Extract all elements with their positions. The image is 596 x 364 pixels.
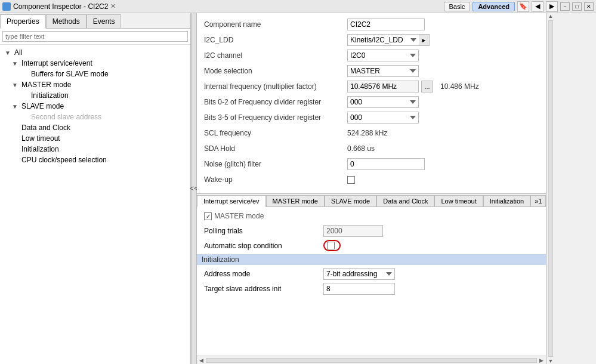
tab-events[interactable]: Events	[87, 14, 122, 28]
prop-row-mode-selection: Mode selection MASTER	[204, 64, 539, 78]
prop-row-scl-freq: SCL frequency 524.288 kHz	[204, 127, 539, 140]
prop-row-noise-filter: Noise (glitch) filter	[204, 158, 539, 171]
bits-3-5-select[interactable]: 000	[347, 112, 419, 124]
expand-interrupt-icon: ▼	[12, 60, 19, 67]
inner-tab-initialization[interactable]: Initialization	[483, 195, 530, 206]
tree-label-init1: Initialization	[31, 91, 69, 100]
bits-0-2-select[interactable]: 000	[347, 96, 419, 108]
tree-item-data-clock[interactable]: Data and Clock	[0, 122, 190, 133]
polling-trials-input[interactable]	[323, 225, 383, 237]
i2c-ldd-select[interactable]: Kinetis/I2C_LDD	[347, 34, 419, 46]
i2c-ldd-arrow-btn[interactable]: ►	[419, 34, 430, 46]
prop-label-wake-up: Wake-up	[204, 175, 347, 184]
prop-value-internal-freq: ... 10.486 MHz	[347, 81, 479, 92]
prop-value-wake-up	[347, 176, 355, 184]
prop-value-mode-selection: MASTER	[347, 65, 419, 77]
internal-freq-input[interactable]	[347, 81, 419, 92]
prop-label-scl-freq: SCL frequency	[204, 129, 347, 137]
prop-value-noise-filter	[347, 158, 425, 170]
app-icon	[2, 2, 11, 11]
scroll-down-icon[interactable]: ▼	[548, 358, 554, 364]
prop-value-bits-3-5: 000	[347, 112, 419, 124]
maximize-button[interactable]: □	[572, 2, 582, 11]
master-mode-label: MASTER mode	[214, 212, 264, 220]
collapse-button[interactable]: <<	[191, 13, 197, 364]
freq-note: 10.486 MHz	[440, 82, 479, 91]
title-bar: Component Inspector - CI2C2 ✕ Basic Adva…	[0, 0, 596, 13]
inner-prop-label-address-mode: Address mode	[204, 270, 323, 278]
forward-icon[interactable]: ▶	[546, 1, 558, 12]
prop-label-noise-filter: Noise (glitch) filter	[204, 160, 347, 168]
tree-label-buffers: Buffers for SLAVE mode	[31, 70, 109, 78]
prop-label-i2c-ldd: I2C_LDD	[204, 36, 347, 44]
tree: ▼ All ▼ Interrupt service/event Buffers …	[0, 45, 190, 364]
prop-row-i2c-channel: I2C channel I2C0	[204, 49, 539, 62]
inner-tab-slave[interactable]: SLAVE mode	[325, 195, 376, 206]
mode-selection-select[interactable]: MASTER	[347, 65, 419, 77]
prop-label-i2c-channel: I2C channel	[204, 51, 347, 60]
scroll-left-icon[interactable]: ◀	[198, 357, 205, 363]
inner-prop-label-polling-trials: Polling trials	[204, 227, 323, 235]
inner-tab-data-clock[interactable]: Data and Clock	[376, 195, 434, 206]
tree-item-second-slave[interactable]: Second slave address	[0, 112, 190, 122]
tree-item-all[interactable]: ▼ All	[0, 47, 190, 58]
tree-item-interrupt[interactable]: ▼ Interrupt service/event	[0, 58, 190, 69]
tree-label-low-timeout: Low timeout	[21, 134, 60, 143]
right-panel: Component name I2C_LDD Kinetis/I2C_LDD	[197, 13, 546, 364]
right-scroll-inner: Component name I2C_LDD Kinetis/I2C_LDD	[197, 13, 554, 364]
inner-prop-value-polling-trials	[323, 225, 383, 237]
i2c-ldd-select-wrapper: Kinetis/I2C_LDD ►	[347, 34, 430, 46]
bottom-scroll-track[interactable]	[206, 358, 537, 363]
i2c-channel-select[interactable]: I2C0	[347, 50, 419, 61]
prop-value-i2c-ldd: Kinetis/I2C_LDD ►	[347, 34, 430, 46]
scroll-up-icon[interactable]: ▲	[548, 13, 554, 19]
inner-tab-interrupt[interactable]: Interrupt service/ev	[197, 195, 266, 207]
master-mode-checkbox[interactable]: ✓	[204, 212, 212, 220]
inner-tab-low-timeout[interactable]: Low timeout	[434, 195, 483, 206]
noise-filter-input[interactable]	[347, 158, 425, 170]
tree-item-buffers[interactable]: Buffers for SLAVE mode	[0, 69, 190, 79]
basic-mode-button[interactable]: Basic	[444, 2, 471, 11]
inner-prop-row-auto-stop: Automatic stop condition	[204, 240, 539, 251]
tree-item-low-timeout[interactable]: Low timeout	[0, 133, 190, 144]
internal-freq-ellipsis-btn[interactable]: ...	[421, 81, 433, 92]
left-panel: Properties Methods Events ▼ All ▼ Interr…	[0, 13, 191, 364]
tree-label-second-slave: Second slave address	[31, 113, 101, 121]
tree-label-init2: Initialization	[21, 145, 59, 153]
tree-label-cpu-clock: CPU clock/speed selection	[21, 156, 107, 164]
title-bar-left: Component Inspector - CI2C2 ✕	[2, 2, 116, 11]
right-scroll-track[interactable]	[548, 20, 553, 357]
close-tab-icon[interactable]: ✕	[110, 2, 116, 10]
filter-input[interactable]	[2, 31, 188, 42]
inner-tab-more[interactable]: »1	[530, 195, 546, 206]
minimize-button[interactable]: −	[560, 2, 570, 11]
address-mode-select[interactable]: 7-bit addressing	[323, 268, 395, 280]
tree-item-cpu-clock[interactable]: CPU clock/speed selection	[0, 155, 190, 165]
target-slave-input[interactable]	[323, 283, 395, 295]
prop-row-sda-hold: SDA Hold 0.668 us	[204, 142, 539, 155]
tab-methods[interactable]: Methods	[46, 14, 87, 28]
advanced-mode-button[interactable]: Advanced	[473, 2, 515, 11]
back-icon[interactable]: ◀	[532, 1, 543, 12]
close-button[interactable]: ✕	[584, 2, 594, 11]
main-layout: Properties Methods Events ▼ All ▼ Interr…	[0, 13, 596, 364]
scroll-right-icon[interactable]: ▶	[538, 357, 545, 363]
bottom-scrollbar: ◀ ▶	[197, 356, 546, 364]
component-name-input[interactable]	[347, 18, 425, 30]
prop-row-wake-up: Wake-up	[204, 173, 539, 186]
prop-row-i2c-ldd: I2C_LDD Kinetis/I2C_LDD ►	[204, 33, 539, 47]
tab-properties[interactable]: Properties	[0, 14, 46, 29]
tree-item-master[interactable]: ▼ MASTER mode	[0, 79, 190, 90]
tree-item-slave[interactable]: ▼ SLAVE mode	[0, 101, 190, 112]
inner-tab-master[interactable]: MASTER mode	[266, 195, 325, 206]
tabs-bar: Properties Methods Events	[0, 13, 190, 29]
inner-prop-label-target-slave: Target slave address init	[204, 285, 323, 293]
prop-label-mode-selection: Mode selection	[204, 67, 347, 75]
scl-freq-value: 524.288 kHz	[347, 129, 387, 137]
inner-content: ✓ MASTER mode Polling trials Au	[197, 207, 546, 303]
wake-up-checkbox[interactable]	[347, 176, 355, 184]
tree-item-initialization1[interactable]: Initialization	[0, 90, 190, 101]
tree-item-initialization2[interactable]: Initialization	[0, 144, 190, 155]
auto-stop-checkbox[interactable]	[327, 242, 335, 249]
bookmark-icon[interactable]: 🔖	[517, 1, 529, 12]
